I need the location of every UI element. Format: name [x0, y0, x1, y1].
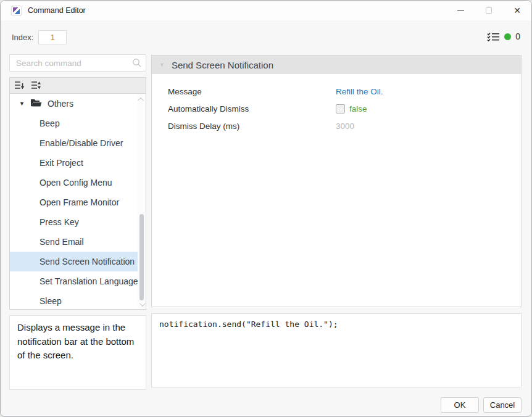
property-label: Automatically Dismiss — [168, 104, 336, 114]
validation-count: 0 — [515, 31, 520, 41]
status-ok-dot-icon — [504, 33, 511, 40]
property-row-message: Message Refill the Oil. — [152, 83, 521, 100]
property-label: Dismiss Delay (ms) — [168, 122, 336, 131]
automatically-dismiss-checkbox[interactable] — [336, 104, 345, 114]
maximize-button[interactable] — [475, 1, 503, 20]
tree-folder-others[interactable]: ▼ Others — [10, 94, 146, 114]
search-icon — [132, 58, 142, 70]
properties-panel: ▼ Send Screen Notification Message Refil… — [151, 55, 522, 307]
tree-item-open-frame-monitor[interactable]: Open Frame Monitor — [10, 192, 146, 212]
property-row-automatically-dismiss: Automatically Dismiss false — [152, 100, 521, 117]
folder-expander-icon[interactable]: ▼ — [19, 101, 25, 107]
tree-item-send-screen-notification[interactable]: Send Screen Notification — [10, 252, 146, 271]
tree-item-sleep[interactable]: Sleep — [10, 291, 146, 309]
window-title: Command Editor — [28, 6, 86, 15]
minimize-button[interactable] — [446, 1, 475, 20]
tree-body: ▼ Others Beep Enable/Disable Driver Exit… — [10, 94, 146, 309]
tree-item-beep[interactable]: Beep — [10, 114, 146, 133]
property-label: Message — [168, 87, 336, 96]
index-input[interactable] — [38, 30, 67, 44]
command-description: Displays a message in the notification b… — [9, 315, 146, 390]
expand-all-icon[interactable] — [31, 81, 41, 90]
close-button[interactable]: ✕ — [503, 1, 531, 20]
close-icon: ✕ — [513, 6, 521, 15]
cancel-button[interactable]: Cancel — [483, 397, 522, 413]
app-logo-icon — [11, 6, 22, 16]
index-label: Index: — [12, 33, 33, 42]
tree-toolbar — [10, 78, 146, 94]
command-tree-panel: ▼ Others Beep Enable/Disable Driver Exit… — [9, 77, 146, 310]
command-checklist-icon[interactable] — [487, 32, 500, 41]
property-row-dismiss-delay: Dismiss Delay (ms) 3000 — [152, 117, 521, 134]
search-input[interactable] — [9, 54, 146, 72]
collapse-section-icon[interactable]: ▼ — [159, 62, 165, 68]
dismiss-delay-value: 3000 — [336, 122, 354, 131]
titlebar: Command Editor ✕ — [1, 1, 531, 20]
maximize-icon — [486, 7, 492, 14]
tree-item-exit-project[interactable]: Exit Project — [10, 153, 146, 173]
tree-folder-label: Others — [48, 99, 73, 109]
code-preview: notification.send("Refill the Oil."); — [151, 313, 522, 387]
ok-button[interactable]: OK — [441, 397, 479, 413]
properties-title: Send Screen Notification — [172, 60, 273, 70]
tree-scrollbar[interactable] — [138, 94, 146, 309]
tree-item-send-email[interactable]: Send Email — [10, 232, 146, 252]
message-value[interactable]: Refill the Oil. — [336, 87, 383, 96]
command-editor-window: Command Editor ✕ Index: 0 — [0, 0, 532, 417]
automatically-dismiss-value: false — [349, 104, 367, 114]
open-folder-icon — [30, 98, 42, 109]
scrollbar-thumb[interactable] — [139, 214, 144, 300]
tree-item-press-key[interactable]: Press Key — [10, 212, 146, 232]
collapse-all-icon[interactable] — [14, 81, 25, 90]
scroll-up-icon[interactable] — [139, 96, 144, 102]
minimize-icon — [457, 10, 464, 11]
scroll-down-icon[interactable] — [139, 301, 144, 307]
tree-item-open-config-menu[interactable]: Open Config Menu — [10, 173, 146, 192]
properties-header[interactable]: ▼ Send Screen Notification — [152, 56, 521, 74]
tree-item-set-translation-language[interactable]: Set Translation Language — [10, 271, 146, 291]
tree-item-enable-disable-driver[interactable]: Enable/Disable Driver — [10, 133, 146, 153]
